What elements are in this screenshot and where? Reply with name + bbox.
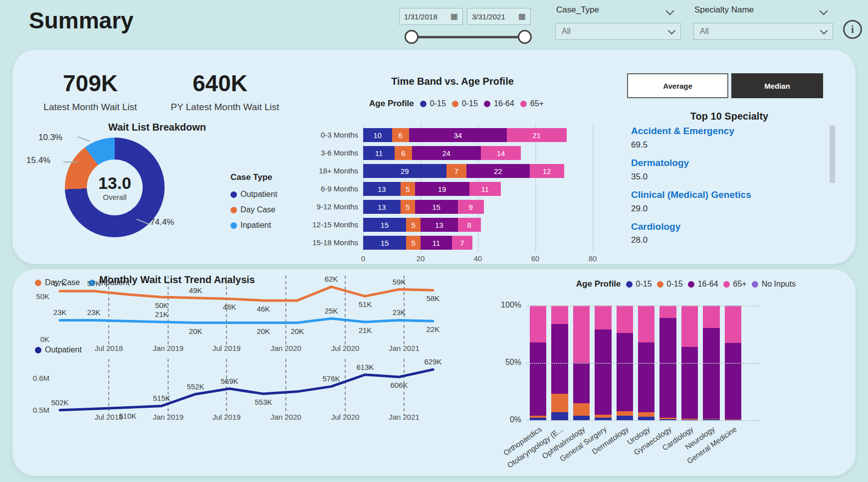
column-segment[interactable] <box>681 306 698 347</box>
bar-segment[interactable]: 21 <box>507 128 567 142</box>
legend-item[interactable]: Outpatient <box>230 190 277 199</box>
column-segment[interactable] <box>530 342 546 416</box>
bar-segment[interactable]: 22 <box>466 164 530 178</box>
column-segment[interactable] <box>595 329 611 414</box>
date-range-slider-track[interactable] <box>411 36 526 38</box>
column-segment[interactable] <box>573 403 590 416</box>
bar-segment[interactable]: 7 <box>446 164 466 178</box>
column-segment[interactable] <box>551 412 568 420</box>
bar-segment[interactable]: 7 <box>452 236 472 250</box>
column-segment[interactable] <box>703 306 719 328</box>
bar-segment[interactable]: 19 <box>415 182 469 196</box>
bar-segment[interactable]: 15 <box>415 200 458 214</box>
date-range-slider-handle-end[interactable] <box>518 30 532 44</box>
bar-segment[interactable]: 11 <box>363 146 395 160</box>
bar-segment[interactable]: 5 <box>406 218 421 232</box>
bar-segment[interactable]: 13 <box>363 182 401 196</box>
bar-segment[interactable]: 12 <box>530 164 564 178</box>
legend-item[interactable]: 0-15 <box>626 280 652 289</box>
data-label: 20K <box>189 327 203 335</box>
column-segment[interactable] <box>595 415 611 418</box>
bar-segment[interactable]: 5 <box>401 200 415 214</box>
line-series[interactable] <box>60 319 433 323</box>
column-segment[interactable] <box>595 306 611 329</box>
bar-segment[interactable]: 15 <box>363 236 406 250</box>
legend-item[interactable]: No Inputs <box>752 280 796 289</box>
legend-item[interactable]: 65+ <box>520 99 544 108</box>
bar-segment[interactable]: 24 <box>412 146 481 160</box>
specialty-dropdown[interactable]: All <box>693 23 833 40</box>
specialty-link[interactable]: Accident & Emergency <box>631 126 821 137</box>
legend-label: Outpatient <box>240 190 277 199</box>
column-segment[interactable] <box>638 306 654 342</box>
column-segment[interactable] <box>617 306 633 333</box>
bar-segment[interactable]: 14 <box>481 146 521 160</box>
column-segment[interactable] <box>617 416 633 420</box>
bar-segment[interactable]: 13 <box>363 200 401 214</box>
case-type-dropdown[interactable]: All <box>555 23 681 40</box>
legend-item[interactable]: 0-15 <box>452 99 478 108</box>
legend-item[interactable]: 16-64 <box>484 99 514 108</box>
legend-item[interactable]: 0-15 <box>420 99 446 108</box>
date-from-input[interactable]: 1/31/2018 ▦ <box>399 8 463 25</box>
column-segment[interactable] <box>573 363 590 403</box>
bar-segment[interactable]: 5 <box>401 182 415 196</box>
data-label: 576K <box>322 374 340 383</box>
legend-item[interactable]: 0-15 <box>657 280 683 289</box>
legend-item[interactable]: Inpatient <box>230 221 277 230</box>
bar-segment[interactable]: 6 <box>392 128 410 142</box>
bar-segment[interactable]: 5 <box>406 236 421 250</box>
data-label: 552K <box>187 382 204 391</box>
column-segment[interactable] <box>725 306 741 343</box>
column-segment[interactable] <box>703 328 719 419</box>
legend-item[interactable]: 16-64 <box>688 280 718 289</box>
column-segment[interactable] <box>681 347 698 419</box>
wait-list-breakdown-donut[interactable]: 13.0 Overall <box>65 138 165 237</box>
line-series[interactable] <box>60 369 433 410</box>
bar-segment[interactable]: 6 <box>395 146 412 160</box>
bar-segment[interactable]: 11 <box>421 236 452 250</box>
bar-segment[interactable]: 13 <box>421 218 458 232</box>
bar-segment[interactable]: 8 <box>458 218 481 232</box>
data-label: 23K <box>53 308 67 317</box>
legend-item[interactable]: Day Case <box>230 205 277 214</box>
bar-segment[interactable]: 9 <box>458 200 484 214</box>
kpi-py-latest-month-value: 640K <box>175 70 265 97</box>
date-to-input[interactable]: 3/31/2021 ▦ <box>467 8 531 25</box>
column-segment[interactable] <box>530 306 546 342</box>
day-case-inpatient-trend-chart[interactable]: 57K57K50K49K48K46K62K51K59K58K23K23K21K2… <box>42 272 441 351</box>
specialty-link[interactable]: Clinical (Medical) Genetics <box>631 189 821 200</box>
column-segment[interactable] <box>659 306 676 318</box>
column-segment[interactable] <box>573 306 590 363</box>
bar-segment[interactable]: 15 <box>363 218 406 232</box>
legend-item[interactable]: 65+ <box>723 280 747 289</box>
column-segment[interactable] <box>725 343 741 419</box>
chevron-down-icon[interactable] <box>666 7 674 15</box>
median-button[interactable]: Median <box>731 73 823 98</box>
column-segment[interactable] <box>659 318 676 418</box>
specialty-link[interactable]: Dermatology <box>631 158 821 168</box>
legend-dot-icon <box>688 281 694 288</box>
chevron-down-icon[interactable] <box>820 7 828 15</box>
column-segment[interactable] <box>573 416 590 420</box>
average-button[interactable]: Average <box>627 73 728 98</box>
legend-item[interactable]: Outpatient <box>35 345 82 354</box>
column-segment[interactable] <box>638 417 654 420</box>
bar-segment[interactable]: 29 <box>363 164 446 178</box>
top10-scrollbar[interactable] <box>830 126 835 183</box>
specialty-link[interactable]: Cardiology <box>631 221 821 232</box>
column-segment[interactable] <box>617 333 633 411</box>
column-segment[interactable] <box>551 324 568 394</box>
bar-segment[interactable]: 10 <box>363 128 392 142</box>
line-series[interactable] <box>60 287 433 301</box>
column-segment[interactable] <box>551 306 568 324</box>
date-range-slider-handle-start[interactable] <box>405 30 419 44</box>
info-icon[interactable]: i <box>843 20 862 39</box>
outpatient-trend-chart[interactable]: 502K510K515K552K569K553K576K613K606K629K <box>42 356 441 421</box>
column-segment[interactable] <box>638 342 654 412</box>
bar-segment[interactable]: 11 <box>469 182 501 196</box>
column-segment[interactable] <box>551 394 568 412</box>
bar-segment[interactable]: 34 <box>409 128 507 142</box>
column-segment[interactable] <box>617 411 633 416</box>
column-segment[interactable] <box>638 412 654 417</box>
